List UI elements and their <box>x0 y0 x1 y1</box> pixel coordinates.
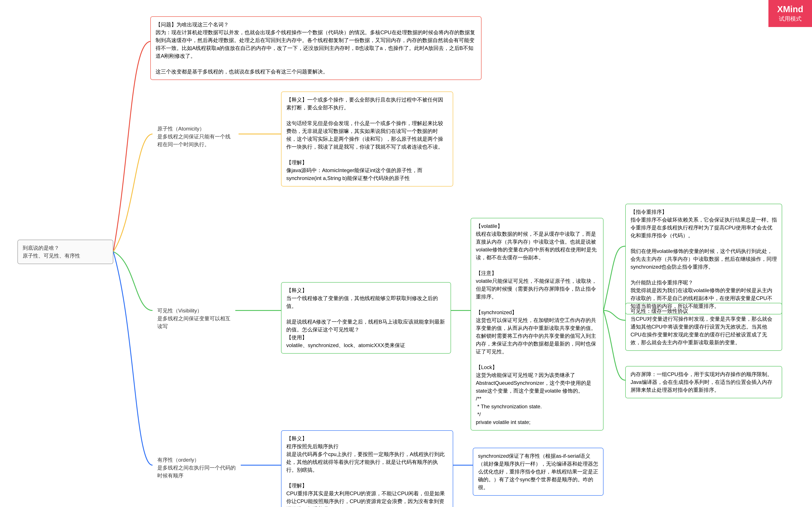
atomicity-desc[interactable]: 【释义】一个或多个操作，要么全部执行且在执行过程中不被任何因素打断，要么全部不执… <box>281 92 453 186</box>
trial-text: 试用模式 <box>777 15 803 23</box>
watermark: XMind 试用模式 <box>768 0 812 27</box>
brand-text: XMind <box>777 4 803 14</box>
cache-node[interactable]: 可见性：缓存一致性协议 当CPU对变量进行写操作时发现，变量是共享变量，那么就会… <box>625 303 782 351</box>
problem-text: 【问题】为啥出现这三个名词？ 因为：现在计算机处理数据可以并发，也就会出现多个线… <box>156 21 475 74</box>
visibility-desc[interactable]: 【释义】 当一个线程修改了变量的值，其他线程能够立即获取到修改之后的值。 就是说… <box>281 282 451 354</box>
root-text: 到底说的是啥？ 原子性、可见性、有序性 <box>23 245 80 259</box>
atomicity-label[interactable]: 原子性（Atomicity） 是多线程之间保证只能有一个线程在同一个时间执行。 <box>153 121 240 152</box>
problem-node[interactable]: 【问题】为啥出现这三个名词？ 因为：现在计算机处理数据可以并发，也就会出现多个线… <box>150 16 481 80</box>
root-topic[interactable]: 到底说的是啥？ 原子性、可见性、有序性 <box>17 240 113 264</box>
barrier-node[interactable]: 内存屏障：一组CPU指令，用于实现对内存操作的顺序限制。 Java编译器，会在生… <box>625 366 782 398</box>
volatile-node[interactable]: 【volatile】 线程在读取数据的时候，不是从缓存中读取了，而是直接从内存（… <box>471 218 603 431</box>
reorder-node[interactable]: 【指令重排序】 指令重排序不会破坏依赖关系，它会保证执行结果总是一样。指令重排序… <box>625 204 782 315</box>
orderly-sync[interactable]: synchronized保证了有序性（根据as-if-serial语义（就好像是… <box>473 448 603 496</box>
orderly-label[interactable]: 有序性（orderly） 是多线程之间在执行同一个代码的时候有顺序 <box>153 452 242 484</box>
visibility-label[interactable]: 可见性（Visibility） 是多线程之间保证变量可以相互读写 <box>153 303 235 334</box>
orderly-desc[interactable]: 【释义】 程序按照先后顺序执行 就是说代码再多个cpu上执行，要按照一定顺序执行… <box>281 430 453 507</box>
